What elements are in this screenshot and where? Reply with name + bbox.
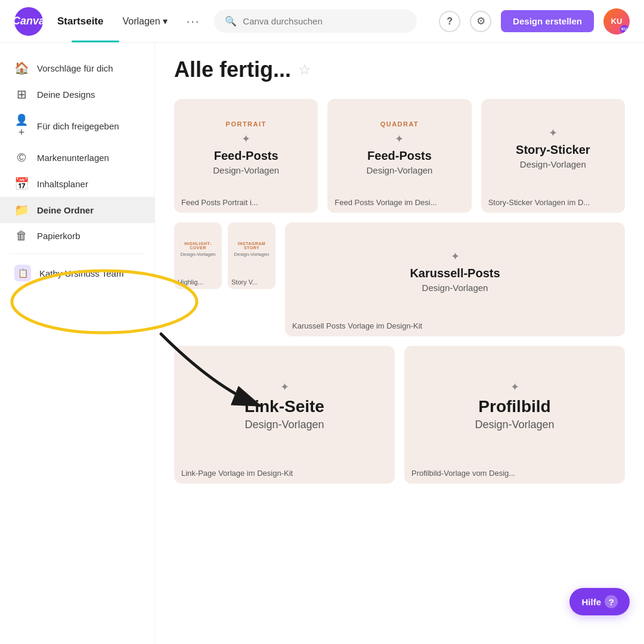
- share-icon: 👤+: [14, 113, 29, 139]
- avatar-badge: KU: [620, 25, 628, 33]
- help-label: Hilfe: [581, 597, 601, 607]
- sparkle-icon-2: ✦: [395, 132, 404, 145]
- main-layout: 🏠 Vorschläge für dich ⊞ Deine Designs 👤+…: [0, 43, 644, 644]
- card-tag-quadrat: QUADRAT: [380, 120, 419, 128]
- card-title-1: Feed-Posts: [214, 149, 278, 163]
- card-subtitle-1: Design-Vorlagen: [213, 165, 279, 175]
- home-icon: 🏠: [14, 61, 29, 75]
- card-link-seite[interactable]: ✦ Link-Seite Design-Vorlagen Link-Page V…: [174, 346, 395, 484]
- sidebar-label-papierkorb: Papierkorb: [37, 231, 80, 241]
- sidebar-label-ordner: Deine Ordner: [37, 205, 94, 215]
- card-caption-profil: Profilbild-Vorlage vom Desig...: [404, 465, 625, 484]
- sparkle-icon-1: ✦: [242, 132, 250, 145]
- sidebar: 🏠 Vorschläge für dich ⊞ Deine Designs 👤+…: [0, 43, 155, 644]
- card-title-3: Story-Sticker: [516, 143, 590, 157]
- help-button[interactable]: Hilfe ?: [569, 588, 630, 615]
- cards-row-2: Highlight-Cover Design-Vorlagen Highlig.…: [174, 222, 625, 336]
- settings-icon-button[interactable]: ⚙: [470, 11, 491, 32]
- sidebar-label-marken: Markenunterlagen: [37, 153, 109, 163]
- small-caption-2: Story V...: [228, 276, 275, 289]
- sparkle-icon-4: ✦: [451, 250, 460, 263]
- help-icon-button[interactable]: ?: [439, 11, 460, 32]
- card-caption-karussell: Karussell Posts Vorlage im Design-Kit: [285, 318, 625, 336]
- team-icon: 📋: [14, 265, 31, 281]
- sidebar-team[interactable]: 📋 Kathy Ursinuss Team: [0, 259, 154, 287]
- card-feed-quadrat[interactable]: QUADRAT ✦ Feed-Posts Design-Vorlagen Fee…: [327, 99, 471, 213]
- chevron-down-icon: ▾: [163, 16, 168, 27]
- card-title-2: Feed-Posts: [367, 149, 432, 163]
- canva-logo[interactable]: Canva: [14, 7, 43, 36]
- calendar-icon: 📅: [14, 177, 29, 191]
- cards-row-1: PORTRAIT ✦ Feed-Posts Design-Vorlagen Fe…: [174, 99, 625, 213]
- header-icons: ? ⚙ Design erstellen KU KU: [439, 8, 630, 35]
- card-title-link: Link-Seite: [244, 397, 324, 416]
- trash-icon: 🗑: [14, 229, 29, 243]
- search-input[interactable]: [243, 16, 406, 26]
- card-title-karussell: Karussell-Posts: [410, 267, 500, 280]
- nav-startseite[interactable]: Startseite: [52, 13, 108, 30]
- sidebar-label-inhalts: Inhaltsplaner: [37, 179, 88, 189]
- sidebar-item-markenunterlagen[interactable]: © Markenunterlagen: [0, 145, 154, 171]
- card-caption-link: Link-Page Vorlage im Design-Kit: [174, 465, 395, 484]
- page-title: Alle fertig...: [174, 57, 291, 82]
- small-cards-container: Highlight-Cover Design-Vorlagen Highlig.…: [174, 222, 275, 289]
- sidebar-label-freigegeben: Für dich freigegeben: [37, 121, 119, 131]
- sparkle-icon-6: ✦: [510, 380, 519, 394]
- nav-more[interactable]: ···: [182, 12, 205, 30]
- card-caption-1: Feed Posts Portrait i...: [174, 194, 318, 213]
- star-icon[interactable]: ☆: [298, 61, 311, 78]
- folder-icon: 📁: [14, 203, 29, 217]
- card-caption-3: Story-Sticker Vorlagen im D...: [481, 194, 625, 213]
- sidebar-label-vorschlaege: Vorschläge für dich: [37, 63, 113, 73]
- cards-row-3: ✦ Link-Seite Design-Vorlagen Link-Page V…: [174, 346, 625, 484]
- card-subtitle-2: Design-Vorlagen: [367, 165, 433, 175]
- brand-icon: ©: [14, 151, 29, 165]
- help-question-icon: ?: [605, 595, 618, 608]
- card-subtitle-3: Design-Vorlagen: [520, 159, 586, 169]
- sparkle-icon-5: ✦: [280, 380, 289, 394]
- sidebar-item-designs[interactable]: ⊞ Deine Designs: [0, 81, 154, 107]
- card-tag-portrait: PORTRAIT: [226, 120, 267, 128]
- card-feed-portrait[interactable]: PORTRAIT ✦ Feed-Posts Design-Vorlagen Fe…: [174, 99, 318, 213]
- small-sub-2: Design-Vorlagen: [234, 252, 269, 257]
- header: Canva Startseite Vorlagen ▾ ··· 🔍 ? ⚙ De…: [0, 0, 644, 43]
- card-highlight[interactable]: Highlight-Cover Design-Vorlagen Highlig.…: [174, 222, 222, 289]
- card-story-sticker[interactable]: ✦ Story-Sticker Design-Vorlagen Story-St…: [481, 99, 625, 213]
- sidebar-item-vorschlaege[interactable]: 🏠 Vorschläge für dich: [0, 55, 154, 81]
- grid-icon: ⊞: [14, 87, 29, 101]
- page-title-row: Alle fertig... ☆: [174, 57, 625, 82]
- sidebar-label-team: Kathy Ursinuss Team: [39, 268, 123, 278]
- card-karussell[interactable]: ✦ Karussell-Posts Design-Vorlagen Karuss…: [285, 222, 625, 336]
- small-tag-1: Highlight-Cover: [179, 242, 217, 250]
- card-title-profil: Profilbild: [478, 397, 550, 416]
- card-subtitle-link: Design-Vorlagen: [244, 419, 324, 431]
- small-caption-1: Highlig...: [174, 276, 222, 289]
- sidebar-item-ordner[interactable]: 📁 Deine Ordner: [0, 197, 154, 223]
- sparkle-icon-3: ✦: [549, 126, 558, 140]
- card-caption-2: Feed Posts Vorlage im Desi...: [327, 194, 471, 213]
- design-erstellen-button[interactable]: Design erstellen: [501, 10, 594, 32]
- content: Alle fertig... ☆ PORTRAIT ✦ Feed-Posts D…: [155, 43, 644, 644]
- card-subtitle-karussell: Design-Vorlagen: [422, 283, 488, 293]
- small-sub-1: Design-Vorlagen: [180, 252, 215, 257]
- sidebar-label-designs: Deine Designs: [37, 89, 95, 100]
- search-icon: 🔍: [225, 16, 237, 27]
- sidebar-item-inhaltsplaner[interactable]: 📅 Inhaltsplaner: [0, 171, 154, 197]
- search-bar[interactable]: 🔍: [214, 10, 417, 33]
- card-profilbild[interactable]: ✦ Profilbild Design-Vorlagen Profilbild-…: [404, 346, 625, 484]
- card-story[interactable]: Instagram Story Design-Vorlagen Story V.…: [228, 222, 275, 289]
- nav-vorlagen[interactable]: Vorlagen ▾: [117, 13, 172, 29]
- small-tag-2: Instagram Story: [233, 242, 271, 250]
- avatar[interactable]: KU KU: [603, 8, 630, 35]
- sidebar-divider: [10, 253, 145, 254]
- sidebar-item-papierkorb[interactable]: 🗑 Papierkorb: [0, 223, 154, 249]
- sidebar-item-freigegeben[interactable]: 👤+ Für dich freigegeben: [0, 107, 154, 145]
- card-subtitle-profil: Design-Vorlagen: [475, 419, 554, 431]
